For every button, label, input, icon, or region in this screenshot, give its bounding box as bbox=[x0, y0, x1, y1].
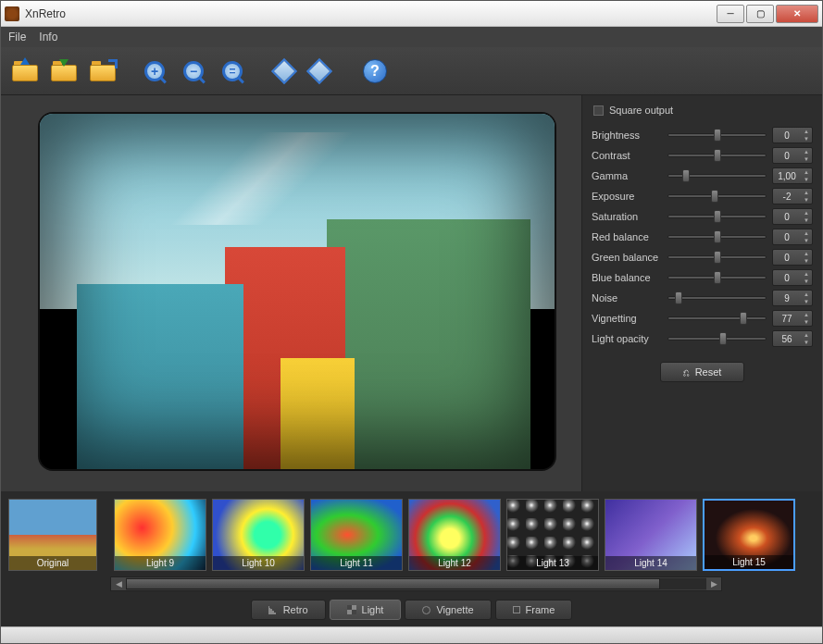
spin-down-icon[interactable]: ▼ bbox=[801, 217, 812, 224]
save-button[interactable] bbox=[47, 55, 81, 88]
slider-track[interactable] bbox=[667, 174, 767, 178]
thumb-scrollbar[interactable]: ◀ ▶ bbox=[110, 576, 722, 591]
slider-track[interactable] bbox=[667, 133, 767, 137]
window-title: XnRetro bbox=[25, 7, 717, 20]
slider-thumb[interactable] bbox=[719, 332, 727, 345]
slider-thumb[interactable] bbox=[714, 149, 721, 162]
tab-vignette[interactable]: Vignette bbox=[405, 600, 491, 620]
slider-row-saturation: Saturation0▲▼ bbox=[592, 206, 813, 227]
statusbar bbox=[1, 626, 822, 643]
thumb-light-13[interactable]: Light 13 bbox=[506, 499, 599, 571]
spin-up-icon[interactable]: ▲ bbox=[801, 189, 812, 196]
spin-up-icon[interactable]: ▲ bbox=[801, 229, 812, 237]
spin-box[interactable]: 0▲▼ bbox=[772, 208, 813, 225]
slider-thumb[interactable] bbox=[714, 271, 721, 284]
spin-up-icon[interactable]: ▲ bbox=[801, 209, 812, 217]
spin-up-icon[interactable]: ▲ bbox=[801, 128, 812, 135]
help-button[interactable]: ? bbox=[358, 55, 392, 88]
spin-up-icon[interactable]: ▲ bbox=[801, 168, 812, 176]
zoom-fit-button[interactable] bbox=[216, 55, 249, 88]
slider-thumb[interactable] bbox=[682, 169, 690, 182]
zoom-out-button[interactable] bbox=[177, 55, 210, 88]
spin-box[interactable]: -2▲▼ bbox=[772, 188, 813, 204]
spin-box[interactable]: 0▲▼ bbox=[772, 269, 813, 286]
spin-down-icon[interactable]: ▼ bbox=[801, 135, 812, 142]
slider-thumb[interactable] bbox=[740, 312, 747, 325]
thumb-label: Light 12 bbox=[409, 556, 500, 570]
spin-down-icon[interactable]: ▼ bbox=[801, 339, 812, 346]
slider-track[interactable] bbox=[667, 316, 767, 320]
spin-down-icon[interactable]: ▼ bbox=[801, 237, 812, 244]
menu-info[interactable]: Info bbox=[39, 31, 57, 43]
tab-retro[interactable]: Retro bbox=[251, 600, 326, 620]
effect-tabs: Retro Light Vignette Frame bbox=[1, 595, 822, 626]
thumb-light-10[interactable]: Light 10 bbox=[212, 499, 305, 571]
maximize-button[interactable]: ▢ bbox=[746, 5, 774, 23]
zoom-in-button[interactable] bbox=[138, 55, 171, 88]
spin-box[interactable]: 0▲▼ bbox=[772, 249, 813, 266]
minimize-button[interactable]: ─ bbox=[717, 5, 744, 23]
spin-down-icon[interactable]: ▼ bbox=[801, 176, 812, 183]
slider-label: Vignetting bbox=[592, 313, 662, 324]
spin-box[interactable]: 9▲▼ bbox=[772, 290, 813, 306]
spin-up-icon[interactable]: ▲ bbox=[801, 270, 812, 278]
spin-value: 0 bbox=[773, 232, 801, 242]
slider-thumb[interactable] bbox=[714, 129, 721, 142]
thumb-label: Light 15 bbox=[705, 555, 793, 569]
slider-track[interactable] bbox=[667, 235, 767, 239]
thumb-light-14[interactable]: Light 14 bbox=[605, 499, 697, 571]
thumb-original[interactable]: Original bbox=[8, 499, 97, 571]
spin-box[interactable]: 0▲▼ bbox=[772, 127, 813, 143]
spin-box[interactable]: 1,00▲▼ bbox=[772, 167, 813, 184]
slider-track[interactable] bbox=[667, 215, 767, 218]
spin-down-icon[interactable]: ▼ bbox=[801, 278, 812, 285]
slider-track[interactable] bbox=[667, 154, 767, 157]
close-button[interactable]: ✕ bbox=[776, 5, 818, 23]
spin-down-icon[interactable]: ▼ bbox=[801, 155, 812, 163]
tab-frame[interactable]: Frame bbox=[495, 600, 573, 620]
spin-down-icon[interactable]: ▼ bbox=[801, 196, 812, 204]
slider-label: Saturation bbox=[592, 211, 662, 222]
slider-thumb[interactable] bbox=[675, 291, 682, 304]
spin-box[interactable]: 77▲▼ bbox=[772, 310, 813, 327]
spin-box[interactable]: 0▲▼ bbox=[772, 229, 813, 245]
scroll-left-button[interactable]: ◀ bbox=[111, 577, 126, 590]
spin-up-icon[interactable]: ▲ bbox=[801, 331, 812, 339]
slider-label: Green balance bbox=[592, 252, 662, 263]
thumb-light-15[interactable]: Light 15 bbox=[703, 499, 795, 571]
scroll-thumb[interactable] bbox=[126, 578, 660, 589]
spin-down-icon[interactable]: ▼ bbox=[801, 298, 812, 305]
slider-thumb[interactable] bbox=[714, 251, 721, 264]
slider-track[interactable] bbox=[667, 255, 767, 259]
spin-box[interactable]: 56▲▼ bbox=[772, 330, 813, 347]
preview-image bbox=[38, 112, 556, 471]
slider-track[interactable] bbox=[667, 296, 767, 300]
spin-up-icon[interactable]: ▲ bbox=[801, 291, 812, 298]
spin-up-icon[interactable]: ▲ bbox=[801, 148, 812, 155]
spin-down-icon[interactable]: ▼ bbox=[801, 257, 812, 265]
rotate-left-button[interactable] bbox=[268, 55, 301, 88]
thumb-label: Light 9 bbox=[115, 556, 206, 570]
rotate-right-button[interactable] bbox=[306, 55, 340, 88]
square-output-checkbox[interactable] bbox=[593, 105, 604, 116]
menu-file[interactable]: File bbox=[8, 31, 26, 43]
spin-box[interactable]: 0▲▼ bbox=[772, 147, 813, 164]
tab-light[interactable]: Light bbox=[330, 600, 402, 620]
slider-label: Red balance bbox=[592, 231, 662, 242]
slider-track[interactable] bbox=[667, 194, 767, 198]
scroll-right-button[interactable]: ▶ bbox=[706, 577, 721, 590]
thumb-light-12[interactable]: Light 12 bbox=[408, 499, 501, 571]
spin-up-icon[interactable]: ▲ bbox=[801, 250, 812, 257]
thumb-light-9[interactable]: Light 9 bbox=[114, 499, 206, 571]
slider-thumb[interactable] bbox=[714, 230, 721, 243]
export-button[interactable] bbox=[86, 55, 119, 88]
slider-track[interactable] bbox=[667, 276, 767, 279]
slider-track[interactable] bbox=[667, 337, 767, 341]
spin-down-icon[interactable]: ▼ bbox=[801, 318, 812, 326]
slider-thumb[interactable] bbox=[711, 190, 718, 203]
thumb-light-11[interactable]: Light 11 bbox=[310, 499, 403, 571]
reset-button[interactable]: ⎌ Reset bbox=[660, 362, 745, 382]
open-button[interactable] bbox=[8, 55, 42, 88]
slider-thumb[interactable] bbox=[714, 210, 721, 223]
spin-up-icon[interactable]: ▲ bbox=[801, 311, 812, 318]
